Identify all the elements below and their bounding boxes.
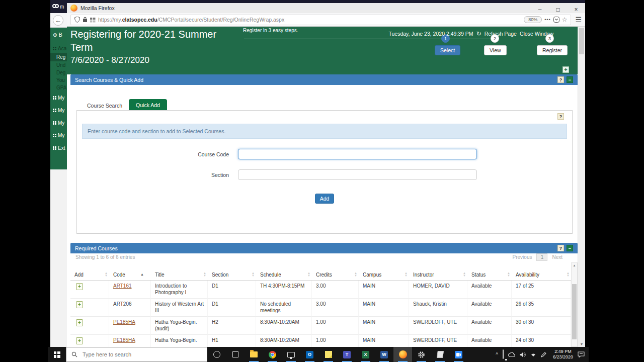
add-panel-icon[interactable]: + (562, 66, 569, 73)
section-label: Section (77, 172, 238, 178)
refresh-page-link[interactable]: Refresh Page (485, 31, 517, 37)
col-header-status[interactable]: Status▲▼ (467, 269, 512, 281)
sticky-notes-icon[interactable] (319, 347, 338, 362)
view-step-button[interactable]: View (484, 45, 507, 55)
background-window-icon (52, 4, 58, 9)
course-code-link[interactable]: PE185HA (113, 337, 135, 343)
sort-icon: ▲▼ (567, 272, 570, 277)
firefox-taskbar-icon[interactable] (393, 347, 412, 362)
collapse-icon[interactable]: − (567, 76, 573, 83)
shield-icon[interactable] (74, 17, 80, 23)
help-icon[interactable]: ? (557, 245, 564, 251)
permissions-icon[interactable] (90, 17, 96, 23)
tab-course-search[interactable]: Course Search (80, 100, 129, 111)
sort-asc-icon: ▲ (140, 273, 144, 276)
previous-page-button[interactable]: Previous (513, 254, 532, 260)
page-number-button[interactable]: 1 (536, 253, 547, 261)
tab-quick-add[interactable]: Quick Add (129, 99, 167, 111)
pen-icon[interactable] (541, 352, 546, 357)
add-course-icon[interactable]: + (76, 319, 83, 326)
sidebar-item-extended[interactable]: Ext (50, 142, 67, 154)
add-course-icon[interactable]: + (76, 337, 83, 344)
action-center-icon[interactable] (578, 351, 585, 357)
sidebar-item-degree[interactable]: Deg (50, 69, 67, 76)
task-view-icon[interactable] (226, 347, 245, 362)
word-icon[interactable]: W (375, 347, 393, 362)
start-button[interactable] (48, 347, 66, 362)
outlook-icon[interactable]: O (300, 347, 319, 362)
col-header-title[interactable]: Title▲▼ (151, 269, 208, 281)
col-header-credits[interactable]: Credits▲▼ (312, 269, 359, 281)
notes-app-icon[interactable] (431, 347, 449, 362)
sidebar-item-my-3[interactable]: My (50, 117, 67, 129)
cortana-icon[interactable] (207, 347, 226, 362)
teams-icon[interactable]: T (338, 347, 356, 362)
sidebar-item-my-4[interactable]: My (50, 129, 67, 142)
sidebar-item-banner[interactable]: ⊕B (50, 28, 67, 43)
course-code-input[interactable] (238, 149, 477, 159)
sidebar-item-your[interactable]: You (50, 76, 67, 84)
sidebar-item-my-1[interactable]: My (50, 92, 67, 104)
add-course-icon[interactable]: + (76, 283, 83, 290)
onedrive-cloud-icon[interactable] (508, 352, 515, 357)
col-header-code[interactable]: Code▲ (109, 269, 151, 281)
page-scrollbar-thumb[interactable] (579, 28, 584, 54)
select-step-button[interactable]: Select (435, 45, 460, 55)
close-window-link[interactable]: Close Window (520, 31, 553, 37)
taskbar-clock[interactable]: 2:49 PM 6/23/2020 (553, 349, 573, 360)
sidebar-item-gpa[interactable]: GPA (50, 84, 67, 92)
quick-add-panel-title: Search Courses & Quick Add (75, 77, 143, 83)
speaker-icon[interactable] (520, 352, 526, 357)
sidebar-item-my-2[interactable]: My (50, 104, 67, 117)
page-scrollbar[interactable]: ▾ (578, 27, 585, 347)
excel-icon[interactable]: X (356, 347, 375, 362)
page-viewport: Registering for 2020-21 Summer Term 7/6/… (67, 27, 585, 347)
background-window-title: m (60, 4, 64, 10)
sidebar-item-registration[interactable]: Reg (50, 53, 67, 61)
taskbar-search[interactable] (66, 347, 207, 362)
help-icon[interactable]: ? (557, 113, 564, 120)
quick-add-instructions: Enter course code and section to add to … (82, 124, 567, 139)
help-icon[interactable]: ? (557, 76, 564, 83)
taskbar-search-input[interactable] (82, 351, 192, 358)
table-row: + (70, 281, 109, 299)
url-text[interactable]: https://my.clatsopcc.edu/CMCPortal/secur… (98, 17, 521, 23)
add-course-icon[interactable]: + (76, 301, 83, 308)
pocket-icon[interactable] (553, 17, 559, 23)
col-header-schedule[interactable]: Schedule▲▼ (256, 269, 312, 281)
lock-icon[interactable] (83, 17, 88, 23)
table-scrollbar[interactable]: ▴ (571, 262, 578, 347)
zoom-level-badge[interactable]: 80% (524, 16, 542, 23)
network-icon[interactable] (530, 352, 536, 357)
col-header-campus[interactable]: Campus▲▼ (359, 269, 409, 281)
settings-gear-icon[interactable] (412, 347, 431, 362)
scroll-down-icon[interactable]: ▾ (578, 342, 585, 346)
sidebar-item-academics[interactable]: Aca (50, 43, 67, 53)
hidden-icons-chevron[interactable]: ^ (496, 352, 498, 357)
add-button[interactable]: Add (315, 194, 335, 204)
col-header-instructor[interactable]: Instructor▲▼ (409, 269, 467, 281)
display-tray-icon[interactable] (503, 350, 504, 359)
hamburger-menu-icon[interactable]: ☰ (575, 16, 582, 24)
windows-logo-icon (54, 351, 60, 358)
camera-app-icon[interactable] (449, 347, 468, 362)
url-bar[interactable]: https://my.clatsopcc.edu/CMCPortal/secur… (70, 15, 571, 25)
display-app-icon[interactable] (282, 347, 300, 362)
register-step-button[interactable]: Register (537, 45, 568, 55)
file-explorer-icon[interactable] (245, 347, 263, 362)
table-scrollbar-thumb[interactable] (572, 284, 577, 339)
chrome-icon[interactable] (263, 347, 282, 362)
back-button[interactable]: ← (53, 15, 63, 26)
course-code-link[interactable]: PE185HA (113, 319, 135, 325)
scroll-up-icon[interactable]: ▴ (572, 263, 577, 267)
section-input[interactable] (238, 169, 477, 180)
collapse-icon[interactable]: − (567, 245, 573, 251)
page-actions-icon[interactable]: ••• (544, 17, 550, 22)
course-code-link[interactable]: ART161 (113, 283, 132, 289)
col-header-section[interactable]: Section▲▼ (208, 269, 256, 281)
bookmark-star-icon[interactable]: ☆ (562, 16, 568, 23)
col-header-availability[interactable]: Availability▲▼ (512, 269, 571, 281)
sidebar-item-unofficial[interactable]: Und (50, 61, 67, 69)
next-page-button[interactable]: Next (552, 254, 562, 260)
col-header-add[interactable]: Add▲▼ (70, 269, 109, 281)
